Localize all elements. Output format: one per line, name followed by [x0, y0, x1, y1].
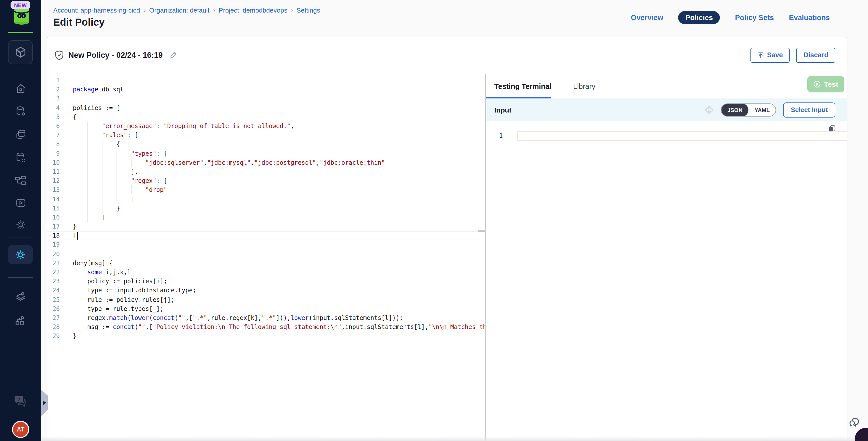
harness-dbops-logo[interactable] [11, 6, 32, 26]
tab-policies[interactable]: Policies [678, 11, 720, 24]
indent-guide [87, 140, 88, 149]
editor-line[interactable]: 3 [47, 94, 485, 103]
line-number: 16 [47, 214, 60, 221]
editor-line[interactable]: 28 msg := concat("",["Policy violation:\… [47, 322, 485, 332]
indent-guide [87, 122, 88, 131]
editor-line[interactable]: 2package db_sql [47, 85, 485, 94]
indent-guide [73, 195, 73, 204]
breadcrumb-account[interactable]: Account: app-harness-ng-cicd [53, 6, 140, 14]
test-label: Test [824, 80, 838, 88]
toggle-yaml[interactable]: YAML [748, 103, 776, 116]
indent-guide [87, 195, 88, 204]
tab-library[interactable]: Library [573, 82, 595, 90]
sidebar-item-db-settings[interactable] [0, 105, 41, 117]
editor-line[interactable]: 22 some i,j,k,l [47, 268, 485, 277]
editor-line[interactable]: 14 ] [47, 195, 485, 204]
test-button[interactable]: Test [807, 76, 844, 92]
breadcrumb-separator: › [144, 6, 146, 14]
editor-line[interactable]: 4policies := [ [47, 103, 485, 112]
discard-button[interactable]: Discard [797, 48, 835, 63]
editor-line[interactable]: 26 type = rule.types[_]; [47, 304, 485, 313]
page-title: Edit Policy [53, 17, 105, 28]
indent-guide [73, 140, 73, 149]
sidebar-item-executions[interactable] [0, 197, 41, 209]
editor-line[interactable]: 7 "rules": [ [47, 131, 485, 139]
editor-line[interactable]: 6 "error_message": "Dropping of table is… [47, 122, 485, 131]
editor-line[interactable]: 1 [47, 76, 485, 85]
help-button[interactable]: ? [0, 395, 41, 407]
breadcrumb-organization[interactable]: Organization: default [149, 6, 210, 14]
tab-evaluations[interactable]: Evaluations [789, 13, 830, 22]
layers-gear-icon [14, 290, 27, 303]
chat-widget-blob[interactable] [855, 428, 868, 441]
code-line-content: policy := policies[i]; [73, 277, 485, 286]
code-line-content: policies := [ [73, 103, 485, 112]
editor-line[interactable]: 20 [47, 249, 485, 258]
line-number: 14 [47, 196, 60, 203]
editor-line[interactable]: 19 [47, 240, 485, 249]
input-current-line[interactable] [517, 131, 847, 140]
editor-line[interactable]: 24 type := input.dbInstance.type; [47, 286, 485, 295]
sidebar-item-policies-active[interactable] [8, 245, 33, 264]
active-tab-underline [486, 97, 551, 98]
tab-policy-sets[interactable]: Policy Sets [735, 13, 774, 22]
user-avatar[interactable]: AT [12, 421, 29, 438]
editor-line[interactable]: 10 "jdbc:sqlserver","jdbc:mysql","jdbc:p… [47, 158, 485, 167]
gear-icon [15, 219, 26, 230]
indent-guide [116, 158, 117, 167]
sidebar-item-db-stack[interactable] [0, 129, 41, 140]
tab-overview[interactable]: Overview [631, 13, 663, 22]
editor-line[interactable]: 15 } [47, 204, 485, 213]
editor-line[interactable]: 8 { [47, 140, 485, 149]
toggle-json[interactable]: JSON [721, 103, 748, 116]
indent-guide [116, 149, 117, 158]
indent-guide [73, 304, 73, 313]
editor-line[interactable]: 9 "types": [ [47, 149, 485, 158]
discard-label: Discard [803, 51, 828, 59]
indent-guide [73, 268, 73, 277]
editor-line[interactable]: 11 ], [47, 167, 485, 176]
breadcrumb-settings[interactable]: Settings [297, 6, 320, 14]
line-number: 28 [47, 323, 60, 330]
sidebar-item-flows[interactable] [0, 176, 41, 186]
indent-guide [116, 167, 117, 176]
line-number: 17 [47, 223, 60, 230]
save-button[interactable]: Save [750, 48, 790, 63]
code-line-content: regex.match(lower(concat("",[".*",rule.r… [73, 313, 485, 322]
sidebar-item-db-instances[interactable] [0, 152, 41, 163]
module-selector[interactable] [8, 40, 33, 64]
input-editor[interactable]: 1 [486, 121, 847, 441]
code-line-content: msg := concat("",["Policy violation:\n T… [73, 322, 486, 332]
indent-guide [73, 158, 73, 167]
editor-line[interactable]: 16 ] [47, 213, 485, 222]
sidebar-item-home[interactable] [0, 83, 41, 94]
select-input-button[interactable]: Select Input [783, 102, 835, 117]
editor-line[interactable]: 13 "drop" [47, 186, 485, 195]
editor-line[interactable]: 18] [47, 231, 485, 240]
line-number: 24 [47, 287, 60, 294]
chat-bubbles-icon[interactable] [847, 415, 860, 428]
editor-line[interactable]: 27 regex.match(lower(concat("",[".*",rul… [47, 313, 485, 322]
editor-line[interactable]: 29} [47, 332, 485, 341]
editor-line[interactable]: 17} [47, 222, 485, 231]
format-toggle[interactable]: JSON YAML [721, 103, 776, 116]
tab-testing-terminal[interactable]: Testing Terminal [494, 82, 552, 90]
editor-line[interactable]: 12 "regex": [ [47, 176, 485, 185]
editor-line[interactable]: 25 rule := policy.rules[j]; [47, 295, 485, 304]
policy-toolbar: New Policy - 02/24 - 16:19 Save D [47, 37, 847, 73]
editor-line[interactable]: 5{ [47, 113, 485, 122]
code-line-content: some i,j,k,l [73, 268, 485, 277]
edit-pencil-icon[interactable] [170, 51, 177, 59]
breadcrumb-project[interactable]: Project: demodbdevops [219, 6, 287, 14]
policy-top-nav: Overview Policies Policy Sets Evaluation… [631, 11, 830, 24]
sidebar-item-settings[interactable] [0, 219, 41, 230]
line-number: 4 [47, 104, 60, 111]
code-editor[interactable]: 12package db_sql34policies := [5{6 "erro… [47, 74, 486, 441]
code-line-content: } [73, 222, 485, 231]
editor-line[interactable]: 21deny[msg] { [47, 259, 485, 268]
svg-text:</>: </> [707, 108, 712, 112]
line-number: 7 [47, 132, 60, 138]
editor-line[interactable]: 23 policy := policies[i]; [47, 277, 485, 286]
sidebar-item-environments[interactable] [0, 290, 41, 303]
sidebar-item-infrastructure[interactable] [0, 314, 41, 326]
